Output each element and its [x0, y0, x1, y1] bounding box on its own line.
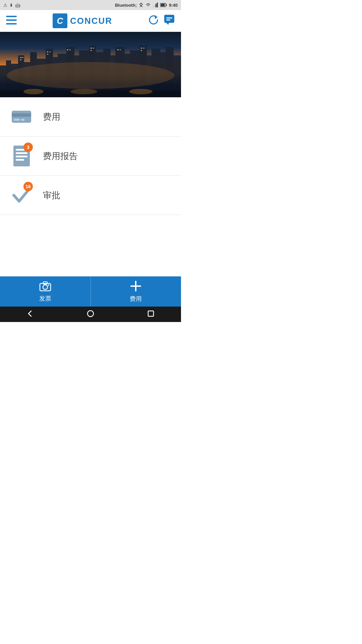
svg-rect-58 — [141, 50, 142, 51]
app-logo: C CONCUR — [53, 13, 112, 28]
svg-rect-57 — [143, 48, 144, 49]
bluetooth-icon — [139, 3, 143, 7]
svg-rect-50 — [69, 49, 71, 50]
svg-rect-71 — [16, 156, 27, 157]
expenses-label: 费用 — [43, 111, 60, 123]
svg-rect-0 — [153, 6, 154, 7]
toolbar: C CONCUR — [0, 10, 181, 32]
toolbar-actions — [148, 14, 175, 28]
svg-rect-1 — [154, 5, 155, 7]
approval-icon-wrap: 16 — [9, 183, 34, 207]
svg-rect-47 — [49, 51, 51, 52]
svg-rect-80 — [148, 311, 154, 316]
camera-icon — [39, 281, 51, 293]
svg-marker-13 — [166, 23, 169, 25]
signal-icon — [153, 3, 158, 7]
approval-badge: 16 — [23, 182, 33, 191]
expense-report-badge: 3 — [23, 143, 33, 152]
svg-rect-7 — [161, 4, 165, 6]
svg-rect-48 — [47, 54, 48, 55]
svg-rect-49 — [67, 49, 68, 50]
svg-rect-45 — [20, 59, 21, 60]
svg-point-61 — [23, 89, 44, 94]
menu-button[interactable] — [6, 16, 17, 26]
svg-point-59 — [7, 62, 174, 89]
refresh-button[interactable] — [148, 14, 159, 28]
home-button[interactable] — [87, 310, 94, 319]
svg-rect-51 — [90, 48, 92, 49]
expense-label: 费用 — [130, 295, 142, 303]
back-button[interactable] — [26, 310, 34, 319]
svg-rect-10 — [6, 23, 17, 24]
svg-rect-8 — [6, 16, 17, 17]
logo-text: CONCUR — [70, 16, 112, 26]
svg-rect-53 — [90, 50, 92, 51]
svg-rect-9 — [6, 19, 17, 21]
bottom-action-bar: 发票 费用 — [0, 276, 181, 307]
plus-icon — [130, 280, 141, 293]
svg-point-62 — [70, 89, 97, 94]
invoice-label: 发票 — [39, 294, 51, 303]
svg-rect-54 — [117, 49, 119, 50]
expense-report-label: 费用报告 — [43, 150, 78, 162]
svg-rect-2 — [156, 4, 157, 7]
svg-rect-52 — [93, 48, 94, 49]
svg-rect-72 — [16, 159, 24, 161]
status-icons-right: Bluetooth; 9:40 — [115, 3, 178, 8]
cityscape-svg — [0, 32, 181, 97]
svg-marker-11 — [155, 15, 158, 19]
svg-rect-56 — [141, 48, 142, 49]
warning-icon: ⚠ — [3, 3, 7, 8]
svg-rect-67 — [21, 119, 24, 121]
svg-rect-15 — [166, 19, 170, 20]
svg-rect-44 — [22, 57, 23, 58]
bluetooth-icon: Bluetooth; — [115, 3, 137, 8]
logo-box: C — [53, 13, 67, 28]
menu-list: 费用 3 费用报告 16 审批 — [0, 97, 181, 215]
expense-report-icon-wrap: 3 — [9, 144, 34, 168]
svg-rect-46 — [47, 51, 48, 52]
hero-banner — [0, 32, 181, 97]
svg-rect-12 — [164, 15, 174, 23]
status-icons-left: ⚠ ⬇ 🤖 — [3, 3, 20, 8]
svg-rect-14 — [166, 17, 172, 18]
chat-button[interactable] — [164, 14, 175, 28]
card-icon — [11, 109, 32, 125]
invoice-button[interactable]: 发票 — [0, 276, 91, 307]
svg-rect-43 — [20, 57, 21, 58]
android-icon: 🤖 — [15, 3, 20, 8]
menu-item-expense-report[interactable]: 3 费用报告 — [0, 137, 181, 176]
svg-rect-3 — [157, 3, 158, 7]
wifi-icon — [145, 3, 151, 7]
expenses-icon-wrap — [9, 105, 34, 129]
logo-letter: C — [57, 16, 63, 26]
status-bar: ⚠ ⬇ 🤖 Bluetooth; 9:40 — [0, 0, 181, 10]
svg-rect-70 — [16, 152, 27, 154]
battery-icon — [160, 3, 167, 7]
svg-rect-55 — [120, 49, 121, 50]
svg-point-74 — [43, 285, 48, 289]
approval-label: 审批 — [43, 190, 60, 201]
svg-point-79 — [87, 311, 94, 317]
svg-point-76 — [48, 284, 49, 286]
svg-rect-66 — [14, 119, 20, 121]
svg-point-63 — [129, 89, 153, 94]
menu-item-approval[interactable]: 16 审批 — [0, 176, 181, 215]
download-icon: ⬇ — [9, 3, 13, 8]
android-nav-bar — [0, 307, 181, 322]
time-display: 9:40 — [169, 3, 178, 8]
svg-rect-6 — [166, 4, 167, 6]
add-expense-button[interactable]: 费用 — [91, 276, 181, 307]
recents-button[interactable] — [147, 310, 155, 319]
svg-rect-65 — [12, 113, 31, 117]
menu-item-expenses[interactable]: 费用 — [0, 97, 181, 137]
